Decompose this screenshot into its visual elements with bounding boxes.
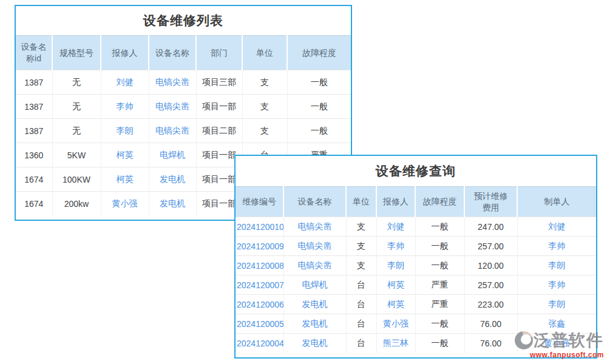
cell-link[interactable]: 熊三林: [376, 334, 415, 353]
cell-link[interactable]: 电镐尖凿: [149, 70, 196, 95]
cell-text: 一般: [415, 256, 464, 275]
cell-text: 223.00: [464, 295, 517, 314]
cell-text: 一般: [415, 334, 464, 353]
cell-text: 严重: [415, 295, 464, 314]
cell-link[interactable]: 柯英: [101, 167, 149, 192]
cell-text: 一般: [415, 314, 464, 334]
cell-text: 一般: [287, 70, 351, 95]
cell-text: 1674: [16, 192, 52, 216]
list-table-header: 设备名称id规格型号报修人设备名称部门单位故障程度: [16, 36, 351, 70]
table-row: 2024120006发电机台柯英严重223.00李朗: [236, 295, 596, 314]
column-header: 制单人: [517, 187, 596, 217]
cell-text: 项目三部: [196, 70, 242, 95]
cell-link[interactable]: 发电机: [283, 334, 346, 353]
cell-link[interactable]: 李帅: [101, 95, 149, 119]
cell-text: 1360: [16, 143, 52, 167]
query-table-title: 设备维修查询: [236, 156, 596, 186]
cell-link[interactable]: 2024120008: [236, 256, 283, 275]
table-row: 2024120007电焊机台柯英严重257.00李帅: [236, 275, 596, 295]
table-row: 1387无刘健电镐尖凿项目三部支一般: [16, 70, 351, 95]
cell-text: 支: [346, 217, 376, 237]
cell-text: 台: [346, 314, 376, 334]
cell-link[interactable]: 2024120006: [236, 295, 283, 314]
cell-text: 支: [242, 95, 287, 119]
cell-link[interactable]: 李朗: [517, 295, 596, 314]
column-header: 设备名称: [149, 36, 196, 70]
cell-text: 无: [52, 119, 101, 143]
cell-link[interactable]: 电镐尖凿: [283, 256, 346, 275]
cell-link[interactable]: 李帅: [376, 237, 415, 256]
table-row: 1387无李朗电镐尖凿项目二部支一般: [16, 119, 351, 143]
equipment-repair-query-table: 维修编号设备名称单位报修人故障程度预计维修费用制单人 2024120010电镐尖…: [236, 186, 596, 353]
table-row: 2024120008电镐尖凿支李朗一般120.00李朗: [236, 256, 596, 275]
cell-link[interactable]: 电镐尖凿: [283, 217, 346, 237]
cell-link[interactable]: 黄小强: [101, 192, 149, 216]
equipment-repair-query-panel: 设备维修查询 维修编号设备名称单位报修人故障程度预计维修费用制单人 202412…: [234, 155, 597, 359]
cell-text: 76.00: [464, 314, 517, 334]
cell-link[interactable]: 黄小强: [376, 314, 415, 334]
cell-link[interactable]: 李朗: [101, 119, 149, 143]
cell-text: 严重: [415, 275, 464, 295]
header-row: 设备名称id规格型号报修人设备名称部门单位故障程度: [16, 36, 351, 70]
cell-link[interactable]: 发电机: [283, 295, 346, 314]
column-header: 规格型号: [52, 36, 101, 70]
cell-link[interactable]: 张鑫: [517, 314, 596, 334]
column-header: 预计维修费用: [464, 187, 517, 217]
cell-text: 257.00: [464, 275, 517, 295]
cell-link[interactable]: 柯英: [101, 143, 149, 167]
cell-link[interactable]: 电焊机: [283, 275, 346, 295]
column-header: 设备名称: [283, 187, 346, 217]
cell-link[interactable]: 刘健: [376, 217, 415, 237]
cell-text: 无: [52, 95, 101, 119]
cell-link[interactable]: 2024120009: [236, 237, 283, 256]
cell-link[interactable]: 2024120005: [236, 314, 283, 334]
cell-link[interactable]: 2024120004: [236, 334, 283, 353]
cell-link[interactable]: 李朗: [517, 256, 596, 275]
list-table-title: 设备维修列表: [16, 6, 351, 35]
cell-link[interactable]: 发电机: [149, 192, 196, 216]
cell-text: 1387: [16, 95, 52, 119]
cell-text: 台: [346, 295, 376, 314]
table-row: 2024120009电镐尖凿支李帅一般257.00李帅: [236, 237, 596, 256]
cell-link[interactable]: 柯英: [376, 295, 415, 314]
column-header: 故障程度: [415, 187, 464, 217]
cell-link[interactable]: 电焊机: [149, 143, 196, 167]
cell-text: 项目二部: [196, 119, 242, 143]
column-header: 维修编号: [236, 187, 283, 217]
column-header: 故障程度: [287, 36, 351, 70]
cell-text: 支: [346, 237, 376, 256]
cell-link[interactable]: 李帅: [517, 237, 596, 256]
cell-link[interactable]: 发电机: [149, 167, 196, 192]
cell-link[interactable]: 电镐尖凿: [283, 237, 346, 256]
cell-link[interactable]: 电镐尖凿: [149, 119, 196, 143]
cell-text: 257.00: [464, 237, 517, 256]
cell-text: 一般: [415, 237, 464, 256]
column-header: 报修人: [376, 187, 415, 217]
cell-link[interactable]: 2024120007: [236, 275, 283, 295]
column-header: 部门: [196, 36, 242, 70]
table-row: 2024120005发电机台黄小强一般76.00张鑫: [236, 314, 596, 334]
cell-text: 76.00: [464, 334, 517, 353]
cell-link[interactable]: 柯英: [376, 275, 415, 295]
cell-text: 台: [346, 334, 376, 353]
cell-text: 200kw: [52, 192, 101, 216]
cell-text: 1387: [16, 119, 52, 143]
cell-text: 5KW: [52, 143, 101, 167]
cell-text: 台: [346, 275, 376, 295]
fanpu-watermark: 泛普软件 www.fanpusoft.com: [515, 331, 604, 359]
cell-text: 1674: [16, 167, 52, 192]
watermark-url-text: www.fanpusoft.com: [515, 351, 604, 359]
cell-link[interactable]: 2024120010: [236, 217, 283, 237]
cell-link[interactable]: 刘健: [517, 217, 596, 237]
cell-text: 一般: [287, 95, 351, 119]
cell-text: 100KW: [52, 167, 101, 192]
cell-text: 一般: [415, 217, 464, 237]
cell-link[interactable]: 发电机: [283, 314, 346, 334]
cell-link[interactable]: 刘健: [101, 70, 149, 95]
watermark-brand-text: 泛普软件: [534, 332, 604, 349]
cell-link[interactable]: 李帅: [517, 275, 596, 295]
cell-link[interactable]: 李朗: [376, 256, 415, 275]
cell-text: 120.00: [464, 256, 517, 275]
cell-link[interactable]: 电镐尖凿: [149, 95, 196, 119]
header-row: 维修编号设备名称单位报修人故障程度预计维修费用制单人: [236, 187, 596, 217]
